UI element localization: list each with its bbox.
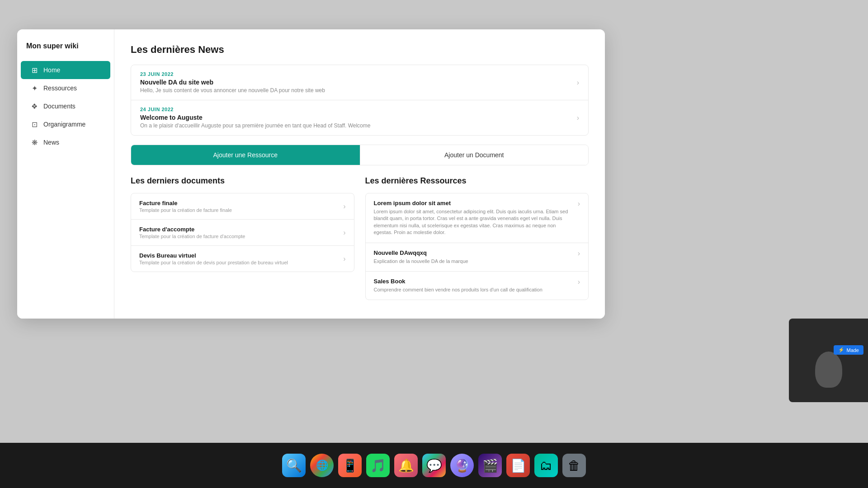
resource-item-3[interactable]: Sales Book Comprendre comment bien vendr… — [366, 272, 589, 300]
news-excerpt-2: On a le plaisir d'accueillir Auguste pou… — [140, 122, 370, 129]
dock-premiere-icon[interactable]: 🎬 — [478, 454, 502, 477]
resource-desc-2: Explication de la nouvelle DA de la marq… — [374, 258, 468, 265]
news-excerpt-1: Hello, Je suis content de vous annoncer … — [140, 87, 325, 94]
news-icon: ❋ — [30, 138, 39, 147]
sidebar-item-news[interactable]: ❋ News — [21, 133, 110, 151]
resources-section-title: Les dernières Ressources — [365, 176, 589, 186]
news-title-2: Welcome to Auguste — [140, 114, 370, 121]
dock-finder-icon[interactable]: 🔍 — [282, 454, 306, 477]
webcam-figure — [815, 352, 842, 388]
news-list: 23 JUIN 2022 Nouvelle DA du site web Hel… — [131, 65, 589, 136]
taskbar: 🔍 🌐 📱 🎵 🔔 💬 🔮 🎬 📄 🗂 🗑 — [0, 443, 868, 488]
dock-spotify-icon[interactable]: 🎵 — [366, 454, 390, 477]
doc-name-3: Devis Bureau virtuel — [139, 252, 288, 259]
dock-app2-icon[interactable]: 🔔 — [394, 454, 418, 477]
resource-name-3: Sales Book — [374, 278, 542, 285]
doc-item-1[interactable]: Facture finale Template pour la création… — [131, 193, 354, 220]
doc-desc-3: Template pour la création de devis pour … — [139, 260, 288, 265]
made-icon: ⚡ — [838, 347, 844, 353]
doc-item-3[interactable]: Devis Bureau virtuel Template pour la cr… — [131, 246, 354, 272]
chevron-right-icon: › — [577, 114, 579, 122]
chevron-right-icon: › — [577, 79, 579, 87]
doc-desc-1: Template pour la création de facture fin… — [139, 207, 232, 213]
chevron-right-icon: › — [343, 229, 345, 237]
news-date-1: 23 JUIN 2022 — [140, 71, 325, 77]
ressources-icon: ✦ — [30, 84, 39, 93]
sidebar: Mon super wiki ⊞ Home ✦ Ressources ❖ Doc… — [17, 29, 114, 319]
news-date-2: 24 JUIN 2022 — [140, 107, 370, 112]
dock-app3-icon[interactable]: 🔮 — [450, 454, 474, 477]
documents-icon: ❖ — [30, 102, 39, 111]
resource-item-2[interactable]: Nouvelle DAwqqxq Explication de la nouve… — [366, 243, 589, 272]
sidebar-item-ressources[interactable]: ✦ Ressources — [21, 79, 110, 97]
chevron-right-icon: › — [578, 278, 580, 286]
docs-section-title: Les derniers documents — [131, 176, 354, 186]
sidebar-item-organigramme[interactable]: ⊡ Organigramme — [21, 115, 110, 133]
doc-list: Facture finale Template pour la création… — [131, 193, 354, 272]
resource-desc-1: Lorem ipsum dolor sit amet, consectetur … — [374, 208, 573, 236]
doc-desc-2: Template pour la création de facture d'a… — [139, 234, 245, 239]
page-title: Les dernières News — [131, 44, 589, 56]
doc-name-1: Facture finale — [139, 200, 232, 206]
made-label: Made — [846, 347, 859, 353]
sidebar-item-label: News — [43, 139, 59, 146]
doc-name-2: Facture d'accompte — [139, 226, 245, 233]
dock-trash-icon[interactable]: 🗑 — [562, 454, 586, 477]
sidebar-item-documents[interactable]: ❖ Documents — [21, 97, 110, 115]
dock-acrobat-icon[interactable]: 📄 — [506, 454, 530, 477]
sidebar-title: Mon super wiki — [17, 42, 114, 61]
made-badge: ⚡ Made — [834, 345, 863, 355]
documents-section: Les derniers documents Facture finale Te… — [131, 176, 354, 300]
app-window: Mon super wiki ⊞ Home ✦ Ressources ❖ Doc… — [17, 29, 605, 319]
news-title-1: Nouvelle DA du site web — [140, 79, 325, 86]
dock-slack-icon[interactable]: 💬 — [422, 454, 446, 477]
chevron-right-icon: › — [578, 249, 580, 258]
add-document-button[interactable]: Ajouter un Document — [360, 145, 589, 165]
dock-app1-icon[interactable]: 📱 — [338, 454, 362, 477]
bottom-grid: Les derniers documents Facture finale Te… — [131, 176, 589, 300]
resource-list: Lorem ipsum dolor sit amet Lorem ipsum d… — [365, 193, 589, 300]
news-item-1[interactable]: 23 JUIN 2022 Nouvelle DA du site web Hel… — [131, 65, 588, 100]
sidebar-item-label: Ressources — [43, 84, 77, 92]
doc-item-2[interactable]: Facture d'accompte Template pour la créa… — [131, 220, 354, 246]
resource-item-1[interactable]: Lorem ipsum dolor sit amet Lorem ipsum d… — [366, 193, 589, 243]
webcam-overlay — [789, 319, 868, 402]
chevron-right-icon: › — [343, 202, 345, 211]
sidebar-item-label: Organigramme — [43, 121, 85, 128]
dock-chrome-icon[interactable]: 🌐 — [310, 454, 334, 477]
resource-name-2: Nouvelle DAwqqxq — [374, 249, 468, 256]
resources-section: Les dernières Ressources Lorem ipsum dol… — [365, 176, 589, 300]
dock-app4-icon[interactable]: 🗂 — [534, 454, 558, 477]
resource-name-1: Lorem ipsum dolor sit amet — [374, 200, 573, 206]
news-item-2[interactable]: 24 JUIN 2022 Welcome to Auguste On a le … — [131, 100, 588, 135]
action-buttons: Ajouter une Ressource Ajouter un Documen… — [131, 145, 589, 165]
main-content: Les dernières News 23 JUIN 2022 Nouvelle… — [114, 29, 605, 319]
sidebar-item-home[interactable]: ⊞ Home — [21, 61, 110, 79]
home-icon: ⊞ — [30, 66, 39, 75]
chevron-right-icon: › — [343, 255, 345, 263]
organigramme-icon: ⊡ — [30, 120, 39, 129]
sidebar-item-label: Home — [43, 66, 60, 74]
resource-desc-3: Comprendre comment bien vendre nos produ… — [374, 286, 542, 293]
chevron-right-icon: › — [578, 200, 580, 208]
add-resource-button[interactable]: Ajouter une Ressource — [131, 145, 360, 165]
sidebar-item-label: Documents — [43, 103, 75, 110]
